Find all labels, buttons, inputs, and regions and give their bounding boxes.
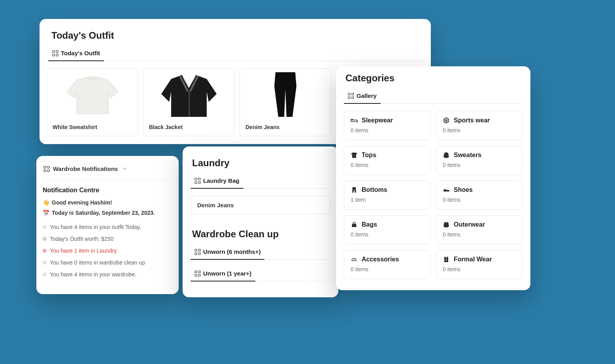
calendar-icon: 📅 bbox=[43, 210, 49, 216]
category-card-outerwear[interactable]: Outerwear 0 items bbox=[436, 215, 523, 244]
bullet-icon bbox=[43, 225, 47, 229]
tab-unworn-1year[interactable]: Unworn (1 year+) bbox=[191, 267, 255, 281]
grid-icon bbox=[194, 249, 201, 255]
category-count: 0 items bbox=[443, 162, 516, 168]
jacket-icon bbox=[443, 221, 450, 228]
grid-icon bbox=[194, 270, 201, 277]
bullet-icon bbox=[43, 249, 47, 253]
laundry-tab-bar: Laundry Bag bbox=[191, 174, 330, 189]
tab-laundry-bag[interactable]: Laundry Bag bbox=[191, 174, 243, 189]
notif-text: You have 4 items in your wardrobe. bbox=[50, 271, 136, 278]
svg-point-15 bbox=[44, 262, 45, 263]
outfit-card-label: Black Jacket bbox=[143, 119, 234, 136]
categories-title: Categories bbox=[344, 73, 523, 84]
svg-rect-29 bbox=[198, 274, 200, 276]
tab-label: Today's Outfit bbox=[61, 50, 100, 56]
category-card-sleepwear[interactable]: Sleepwear 0 items bbox=[344, 111, 430, 140]
tab-label: Unworn (6 months+) bbox=[203, 248, 260, 255]
category-count: 0 items bbox=[443, 197, 516, 203]
svg-point-34 bbox=[352, 120, 353, 121]
notif-text: Today's Outfit worth: $250 bbox=[50, 236, 113, 242]
category-card-bags[interactable]: Bags 0 items bbox=[344, 215, 430, 244]
category-card-shoes[interactable]: Shoes 0 items bbox=[436, 180, 523, 210]
notifications-header[interactable]: Wardrobe Notifications bbox=[43, 163, 172, 180]
category-card-accessories[interactable]: Accessories 0 items bbox=[344, 250, 430, 279]
outfit-tab-bar: Today's Outfit bbox=[45, 47, 425, 61]
shoe-icon bbox=[443, 186, 450, 193]
notif-item: You have 4 items in your outfit Today. bbox=[43, 224, 172, 230]
bed-icon bbox=[351, 117, 358, 124]
category-name: Formal Wear bbox=[454, 256, 492, 263]
notifications-panel: Wardrobe Notifications Notification Cent… bbox=[36, 156, 179, 294]
svg-rect-7 bbox=[47, 170, 49, 172]
svg-rect-20 bbox=[195, 182, 197, 184]
svg-point-17 bbox=[44, 274, 45, 275]
notifications-body: Notification Centre 👋 Good evening Hashi… bbox=[43, 180, 172, 278]
laundry-item-label: Denim Jeans bbox=[197, 202, 234, 208]
category-card-bottoms[interactable]: Bottoms 1 item bbox=[344, 180, 430, 210]
notifications-header-label: Wardrobe Notifications bbox=[53, 165, 118, 172]
clothing-image bbox=[143, 69, 234, 119]
svg-rect-30 bbox=[348, 93, 350, 95]
svg-rect-31 bbox=[352, 93, 354, 95]
svg-rect-27 bbox=[198, 271, 200, 273]
svg-point-13 bbox=[44, 250, 45, 251]
categories-grid: Sleepwear 0 items Sports wear 0 items To… bbox=[344, 111, 523, 279]
bullet-icon bbox=[43, 261, 47, 265]
category-name: Sleepwear bbox=[362, 117, 393, 124]
svg-rect-19 bbox=[198, 178, 200, 180]
svg-rect-5 bbox=[47, 166, 49, 168]
outfit-card-label: White Sweatshirt bbox=[47, 119, 138, 136]
category-card-sweaters[interactable]: Sweaters 0 items bbox=[436, 146, 523, 175]
tab-label: Unworn (1 year+) bbox=[203, 270, 251, 277]
tshirt-icon bbox=[351, 152, 358, 159]
svg-rect-21 bbox=[198, 182, 200, 184]
category-name: Tops bbox=[362, 152, 376, 159]
svg-rect-28 bbox=[195, 274, 197, 276]
category-count: 0 items bbox=[443, 127, 516, 133]
cleanup-title: Wardrobe Clean up bbox=[191, 229, 330, 240]
notif-item: You have 4 items in your wardrobe. bbox=[43, 271, 172, 278]
category-name: Bags bbox=[362, 221, 377, 228]
svg-rect-23 bbox=[198, 249, 200, 251]
category-count: 0 items bbox=[351, 266, 424, 272]
notif-item: Today's Outfit worth: $250 bbox=[43, 236, 172, 242]
svg-rect-6 bbox=[44, 170, 46, 172]
svg-rect-18 bbox=[195, 178, 197, 180]
category-count: 0 items bbox=[443, 231, 516, 238]
svg-rect-1 bbox=[56, 51, 58, 53]
notification-list: You have 4 items in your outfit Today. T… bbox=[43, 224, 172, 278]
category-count: 0 items bbox=[443, 266, 516, 272]
outfit-card-denim-jeans[interactable]: Denim Jeans bbox=[240, 68, 331, 136]
category-name: Bottoms bbox=[362, 186, 387, 193]
category-card-sportswear[interactable]: Sports wear 0 items bbox=[436, 111, 523, 140]
date-line: 📅 Today is Saturday, September 23, 2023. bbox=[43, 210, 172, 216]
clothing-image bbox=[240, 69, 331, 119]
svg-rect-3 bbox=[56, 54, 58, 56]
svg-point-9 bbox=[44, 226, 45, 227]
pants-icon bbox=[351, 186, 358, 193]
notif-item: You have 0 items in wardrobe clean up bbox=[43, 259, 172, 266]
category-card-tops[interactable]: Tops 0 items bbox=[344, 146, 430, 175]
outfit-card-black-jacket[interactable]: Black Jacket bbox=[143, 68, 235, 136]
category-card-formalwear[interactable]: Formal Wear 0 items bbox=[436, 250, 523, 279]
laundry-panel: Laundry Laundry Bag Denim Jeans Wardrobe… bbox=[183, 146, 338, 297]
svg-rect-33 bbox=[352, 97, 354, 99]
laundry-item-denim-jeans[interactable]: Denim Jeans bbox=[191, 196, 330, 214]
categories-panel: Categories Gallery Sleepwear 0 items bbox=[336, 66, 530, 290]
category-count: 0 items bbox=[351, 162, 424, 168]
category-name: Shoes bbox=[454, 186, 473, 193]
notif-text: You have 4 items in your outfit Today. bbox=[50, 224, 141, 230]
notif-text: You have 1 item in Laundry. bbox=[50, 248, 118, 254]
tab-gallery[interactable]: Gallery bbox=[344, 89, 381, 104]
grid-icon bbox=[194, 178, 201, 184]
grid-icon bbox=[43, 166, 50, 172]
outfit-card-white-sweatshirt[interactable]: White Sweatshirt bbox=[47, 68, 138, 136]
tab-unworn-6months[interactable]: Unworn (6 months+) bbox=[191, 245, 264, 260]
tab-todays-outfit[interactable]: Today's Outfit bbox=[48, 47, 104, 61]
bag-icon bbox=[351, 221, 358, 228]
svg-rect-2 bbox=[53, 54, 55, 56]
svg-rect-22 bbox=[195, 249, 197, 251]
category-count: 1 item bbox=[351, 197, 424, 203]
laundry-title: Laundry bbox=[191, 158, 330, 169]
